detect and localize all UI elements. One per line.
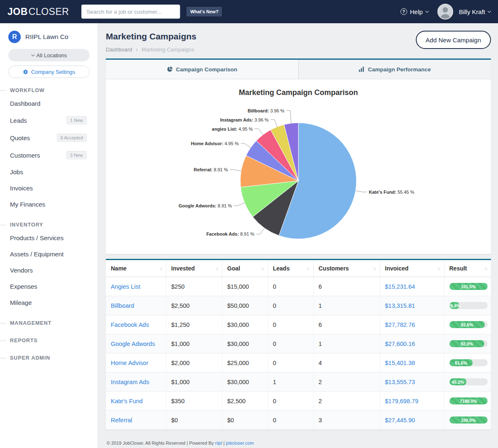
column-header-leads[interactable]: Leads↑↓ [268, 260, 313, 277]
pie-label-home-advisor: Home Advisor: 4.95 % [191, 141, 239, 146]
cell-result: 45.2% [444, 373, 491, 392]
sidebar-item-vendors[interactable]: Vendors [0, 262, 98, 278]
cell-result: 101.5% [444, 277, 491, 296]
sidebar-item-jobs[interactable]: Jobs [0, 164, 98, 180]
company-logo: R [8, 31, 21, 43]
sidebar: R RIIPL Lawn Co All Locations Company Se… [0, 23, 98, 448]
invoiced-link-referral[interactable]: $27,445.90 [385, 417, 415, 424]
sidebar-item-quotes[interactable]: Quotes8 Accepted [0, 129, 98, 146]
table-card: Name↑↓Invested↑↓Goal↑↓Leads↑↓Customers↑↓… [106, 259, 491, 430]
column-header-invested[interactable]: Invested↑↓ [166, 260, 222, 277]
campaign-link-referral[interactable]: Referral [111, 417, 132, 424]
pie-label-referral: Referral: 8.91 % [194, 167, 228, 172]
chevron-down-icon [425, 9, 428, 12]
sort-icon: ↑↓ [373, 266, 376, 271]
sidebar-section-super-admin[interactable]: SUPER ADMIN [0, 352, 98, 363]
invoiced-link-kate-s-fund[interactable]: $179,698.79 [385, 398, 419, 404]
whats-new-button[interactable]: What's New? [186, 6, 222, 17]
invoiced-link-google-adwords[interactable]: $27,600.16 [385, 341, 415, 347]
sidebar-item-customers[interactable]: Customers3 New [0, 146, 98, 164]
cell-goal: $2,500 [222, 392, 268, 411]
sidebar-section-reports[interactable]: REPORTS [0, 335, 98, 346]
cell-goal: $25,000 [222, 353, 268, 373]
cell-name: Referral [106, 411, 166, 430]
result-progress-bar: 101.5% [449, 283, 488, 290]
pie-label-connector [234, 203, 245, 206]
campaign-link-kate-s-fund[interactable]: Kate's Fund [111, 398, 143, 404]
result-percentage: 92.0% [461, 341, 473, 346]
cell-customers: 1 [313, 296, 380, 315]
add-new-campaign-button[interactable]: Add New Campaign [416, 31, 491, 49]
cell-leads: 0 [268, 334, 313, 353]
invoiced-link-angies-list[interactable]: $15,231.64 [385, 283, 415, 290]
cell-result: 26.6% [444, 296, 491, 315]
help-question-icon: ? [400, 8, 407, 15]
column-header-name[interactable]: Name↑↓ [106, 260, 166, 277]
breadcrumb-dashboard[interactable]: Dashboard [106, 46, 132, 53]
invoiced-link-billboard[interactable]: $13,315.81 [385, 302, 415, 309]
pie-chart: Kate's Fund: 55.45 %Facebook Ads: 8.91 %… [106, 97, 491, 250]
cell-goal: $30,000 [222, 373, 268, 392]
result-progress-bar: 45.2% [449, 378, 488, 385]
sidebar-item-invoices[interactable]: Invoices [0, 180, 98, 196]
sidebar-item-assets-equipment[interactable]: Assets / Equipment [0, 246, 98, 262]
sidebar-section-management[interactable]: MANAGEMENT [0, 317, 98, 328]
campaign-link-billboard[interactable]: Billboard [111, 302, 134, 309]
sidebar-item-my-finances[interactable]: My Finances [0, 196, 98, 212]
cell-customers: 6 [313, 315, 380, 334]
column-header-invoiced[interactable]: Invoiced↑↓ [380, 260, 444, 277]
riipl-link[interactable]: riipl [215, 441, 222, 446]
company-settings-button[interactable]: Company Settings [8, 66, 90, 78]
column-header-goal[interactable]: Goal↑↓ [222, 260, 268, 277]
cell-invoiced: $15,401.38 [380, 353, 444, 373]
main-content: Marketing Campaigns Dashboard › Marketin… [98, 23, 498, 448]
invoiced-link-facebook-ads[interactable]: $27,782.76 [385, 321, 415, 328]
topbar: JOBCLOSER What's New? ? Help Billy Kraft [0, 0, 498, 23]
campaign-link-instagram-ads[interactable]: Instagram Ads [111, 379, 149, 385]
invoiced-link-home-advisor[interactable]: $15,401.38 [385, 360, 415, 366]
company-name: RIIPL Lawn Co [25, 33, 68, 41]
sort-icon: ↑↓ [215, 266, 218, 271]
sort-icon: ↑↓ [484, 266, 487, 271]
tab-campaign-comparison[interactable]: Campaign Comparison [106, 60, 298, 79]
help-label: Help [410, 8, 423, 15]
campaign-link-facebook-ads[interactable]: Facebook Ads [111, 321, 149, 328]
sort-icon: ↑↓ [307, 266, 309, 271]
sidebar-item-products-services[interactable]: Products / Services [0, 230, 98, 246]
cell-invested: $2,000 [166, 353, 222, 373]
cell-invoiced: $27,782.76 [380, 315, 444, 334]
campaign-link-angies-list[interactable]: Angies List [111, 283, 140, 290]
sidebar-item-leads[interactable]: Leads1 New [0, 112, 98, 129]
invoiced-link-instagram-ads[interactable]: $13,555.73 [385, 379, 415, 385]
cell-customers: 1 [313, 334, 380, 353]
sidebar-section-inventory[interactable]: INVENTORY [0, 219, 98, 230]
cell-customers: 2 [313, 392, 380, 411]
jobcloser-link[interactable]: jobcloser.com [226, 441, 254, 446]
avatar[interactable] [437, 4, 453, 19]
app-logo[interactable]: JOBCLOSER [7, 6, 69, 17]
column-header-result[interactable]: Result↑↓ [444, 260, 491, 277]
sort-icon: ↑↓ [159, 266, 162, 271]
person-icon [438, 5, 452, 19]
sidebar-section-workflow[interactable]: WORKFLOW [0, 85, 98, 95]
cell-invoiced: $27,600.16 [380, 334, 444, 353]
pie-label-connector [241, 144, 251, 148]
cell-customers: 3 [313, 411, 380, 430]
campaign-link-home-advisor[interactable]: Home Advisor [111, 360, 148, 366]
user-menu[interactable]: Billy Kraft [459, 8, 491, 15]
all-locations-dropdown[interactable]: All Locations [8, 49, 90, 61]
column-header-customers[interactable]: Customers↑↓ [313, 260, 380, 277]
gear-icon [23, 69, 28, 75]
sidebar-item-label: Leads [10, 117, 27, 124]
search-input[interactable] [81, 5, 180, 19]
tab-campaign-performance[interactable]: Campaign Performance [298, 60, 491, 79]
cell-name: Angies List [106, 277, 166, 296]
campaign-link-google-adwords[interactable]: Google Adwords [111, 341, 155, 347]
sidebar-item-mileage[interactable]: Mileage [0, 295, 98, 311]
help-menu[interactable]: ? Help [400, 8, 428, 15]
sidebar-item-dashboard[interactable]: Dashboard [0, 95, 98, 112]
sidebar-item-expenses[interactable]: Expenses [0, 278, 98, 295]
cell-invested: $1,250 [166, 315, 222, 334]
cell-result: 7188.0% [444, 392, 491, 411]
cell-result: 61.6% [444, 353, 491, 373]
